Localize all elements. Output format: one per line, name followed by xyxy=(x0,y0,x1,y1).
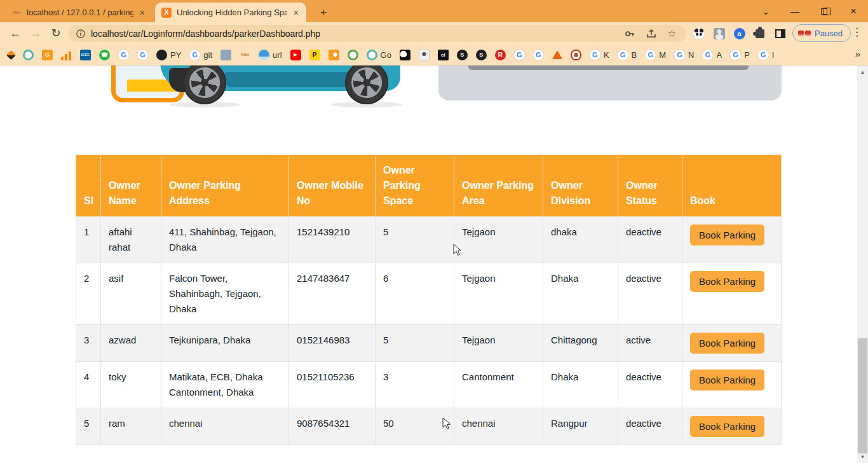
minimize-button[interactable]: — xyxy=(780,0,810,22)
site-info-icon[interactable] xyxy=(76,29,85,38)
book-parking-button[interactable]: Book Parking xyxy=(690,271,764,292)
bookmark-item[interactable]: GI xyxy=(758,50,775,60)
reload-icon[interactable]: ↻ xyxy=(47,24,65,42)
bookmark-item[interactable]: cl xyxy=(438,50,449,60)
bookmark-item[interactable]: GN xyxy=(674,50,694,60)
cell-owner-parking-address: chennai xyxy=(161,408,289,445)
bookmark-item[interactable]: GA xyxy=(702,50,722,60)
scroll-up-icon[interactable]: ▲ xyxy=(857,67,868,77)
a-circle-extension-icon[interactable]: a xyxy=(734,28,745,39)
car-skirt-shade xyxy=(224,72,358,87)
google-icon: G xyxy=(618,50,628,60)
reading-mode-icon[interactable] xyxy=(775,29,785,38)
paused-label: Paused xyxy=(815,29,843,38)
cell-book: Book Parking xyxy=(682,325,782,362)
bookmark-star-icon[interactable]: ☆ xyxy=(668,28,676,39)
bookmark-item[interactable]: G xyxy=(514,50,525,60)
phpmyadmin-favicon-icon: PMA xyxy=(11,8,22,18)
cell-owner-parking-address: Tejkunipara, Dhaka xyxy=(161,325,289,362)
url-text[interactable]: localhost/car/Loginform/dashboards/parke… xyxy=(91,29,625,39)
table-row: 1 aftahi rahat 411, Shahinbag, Tejgaon, … xyxy=(76,217,782,263)
bookmark-item[interactable] xyxy=(61,50,72,60)
bookmark-item[interactable]: url xyxy=(259,50,281,60)
book-parking-button[interactable]: Book Parking xyxy=(690,370,764,390)
bookmark-item[interactable]: Ggit xyxy=(189,50,212,60)
bookmark-item[interactable]: GM xyxy=(645,50,666,60)
book-parking-button[interactable]: Book Parking xyxy=(690,333,764,354)
scrollbar-thumb[interactable] xyxy=(858,338,867,453)
person-extension-icon[interactable] xyxy=(714,28,725,39)
bookmark-item[interactable] xyxy=(23,50,34,60)
google-icon: G xyxy=(118,50,129,60)
tab-phpmyadmin[interactable]: PMA localhost / 127.0.0.1 / parking / a … xyxy=(5,3,153,22)
close-tab-icon[interactable]: × xyxy=(139,8,146,18)
p-yellow-icon: P xyxy=(309,50,320,60)
bookmark-item[interactable]: IEEE xyxy=(80,50,91,60)
bookmark-label: I xyxy=(772,50,775,60)
bookmark-item[interactable]: S xyxy=(476,50,487,60)
panda-extension-icon[interactable] xyxy=(693,28,705,39)
bookmark-item[interactable]: ▶ xyxy=(290,50,301,60)
forward-icon[interactable]: → xyxy=(27,24,44,42)
bookmark-item[interactable]: ☎ xyxy=(99,50,110,60)
bookmark-item[interactable]: GP xyxy=(730,50,750,60)
cell-owner-status: active xyxy=(618,325,682,362)
bookmark-item[interactable]: PY xyxy=(156,50,181,60)
vertical-scrollbar[interactable]: ▲ ▼ xyxy=(857,66,868,463)
bookmark-item[interactable]: GK xyxy=(590,50,609,60)
cell-owner-mobile-no: 01521105236 xyxy=(289,362,376,408)
diamond-icon xyxy=(6,50,17,60)
cell-book: Book Parking xyxy=(682,263,782,325)
bookmark-item[interactable]: G xyxy=(118,50,129,60)
tab-parking-dashboard[interactable]: X Unlocking Hidden Parking Space × xyxy=(155,3,306,22)
youtube-icon: ▶ xyxy=(290,50,301,60)
bookmark-item[interactable] xyxy=(419,50,430,60)
bookmark-item[interactable] xyxy=(8,52,15,59)
new-tab-button[interactable]: + xyxy=(315,4,332,21)
share-icon[interactable] xyxy=(646,29,656,39)
cell-owner-division: Dhaka xyxy=(543,263,618,325)
bookmarks-bar: GIEEE☎GGPYGgitPMAurl▶PGoclSSRGGGKGBGMGNG… xyxy=(0,45,868,66)
google-icon: G xyxy=(645,50,656,60)
bookmark-item[interactable]: GB xyxy=(618,50,637,60)
bookmark-item[interactable] xyxy=(552,50,562,59)
bookmark-item[interactable]: G xyxy=(42,50,53,60)
password-key-icon[interactable] xyxy=(625,29,635,39)
bookmarks-overflow-icon[interactable]: » xyxy=(855,48,860,59)
close-window-button[interactable]: × xyxy=(839,0,868,22)
eye-icon xyxy=(571,50,581,60)
bookmark-item[interactable]: P xyxy=(309,50,320,60)
tab-search-icon[interactable]: ⌄ xyxy=(751,0,780,22)
bookmark-label: A xyxy=(716,50,722,60)
bookmark-item[interactable]: PMA xyxy=(240,50,250,60)
bookmark-item[interactable] xyxy=(348,50,358,60)
bookmark-item[interactable]: S xyxy=(457,50,468,60)
cell-sl: 3 xyxy=(76,325,101,362)
address-bar[interactable]: localhost/car/Loginform/dashboards/parke… xyxy=(69,25,686,42)
cell-owner-parking-area: Tejgaon xyxy=(454,217,543,263)
bookmark-item[interactable] xyxy=(329,50,339,60)
book-parking-button[interactable]: Book Parking xyxy=(690,225,764,245)
menu-kebab-icon[interactable]: ⋮ xyxy=(851,25,862,39)
bookmark-item[interactable] xyxy=(220,50,231,60)
s-circle-icon: S xyxy=(476,50,487,60)
bookmark-item[interactable] xyxy=(571,50,581,60)
bookmark-item[interactable]: Go xyxy=(367,50,391,60)
bookmark-item[interactable]: R xyxy=(495,50,506,60)
bookmark-item[interactable]: G xyxy=(137,50,148,60)
profile-paused-chip[interactable]: Paused xyxy=(792,24,851,42)
pma-icon: PMA xyxy=(240,50,250,60)
bookmark-label: K xyxy=(604,50,609,60)
table-row: 2 asif Falcon Tower, Shahinbagh, Tejgaon… xyxy=(76,263,782,325)
extensions-puzzle-icon[interactable] xyxy=(756,29,764,38)
cell-owner-parking-space: 5 xyxy=(376,325,454,362)
close-tab-icon[interactable]: × xyxy=(292,8,300,18)
cell-owner-parking-space: 5 xyxy=(376,217,454,263)
scroll-down-icon[interactable]: ▼ xyxy=(857,452,868,462)
back-icon[interactable]: ← xyxy=(6,24,24,42)
bookmark-item[interactable]: G xyxy=(533,50,544,60)
bookmark-item[interactable] xyxy=(400,50,410,60)
cell-sl: 2 xyxy=(76,263,101,325)
restore-button[interactable] xyxy=(810,0,839,22)
book-parking-button[interactable]: Book Parking xyxy=(690,416,764,437)
